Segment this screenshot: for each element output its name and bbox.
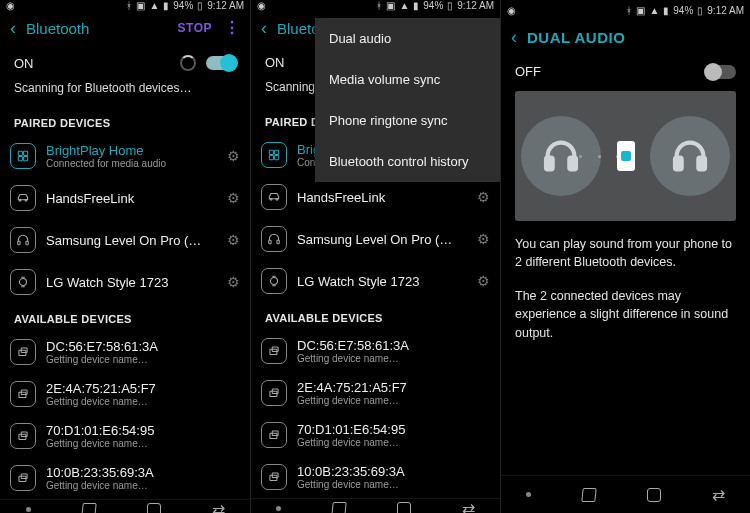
device-icon <box>261 464 287 490</box>
gear-icon[interactable]: ⚙ <box>227 232 240 248</box>
scanning-status: Scanning for Bluetooth devices… <box>0 77 250 107</box>
dual-audio-illustration <box>515 91 736 221</box>
menu-item-media-volume-sync[interactable]: Media volume sync <box>315 59 500 100</box>
device-name: Samsung Level On Pro (… <box>297 232 471 247</box>
svg-point-25 <box>271 278 278 285</box>
device-name: 70:D1:01:E6:54:95 <box>46 423 240 438</box>
more-icon[interactable]: ⋮ <box>224 24 240 32</box>
dual-audio-desc-2: The 2 connected devices may experience a… <box>501 287 750 357</box>
device-status: Connected for media audio <box>46 158 221 169</box>
home-button[interactable] <box>397 502 411 514</box>
available-device[interactable]: 70:D1:01:E6:54:95Getting device name… <box>251 414 500 456</box>
nav-back-button[interactable]: ⇄ <box>212 500 225 513</box>
status-bar: ◉ ᚼ ▣ ▲ ▮ 94% ▯ 9:12 AM <box>251 0 500 11</box>
signal-icon: ▮ <box>413 0 419 11</box>
recent-apps-button[interactable] <box>331 502 346 514</box>
available-device[interactable]: 2E:4A:75:21:A5:F7Getting device name… <box>251 372 500 414</box>
bixby-icon[interactable] <box>526 492 531 497</box>
svg-rect-23 <box>269 240 271 244</box>
bt-state-label: ON <box>265 55 285 70</box>
battery-pct: 94% <box>173 0 193 11</box>
menu-item-bt-control-history[interactable]: Bluetooth control history <box>315 141 500 182</box>
device-name: 10:0B:23:35:69:3A <box>46 465 240 480</box>
paired-device[interactable]: LG Watch Style 1723 ⚙ <box>0 261 250 303</box>
signal-icon: ▮ <box>663 5 669 16</box>
bluetooth-icon: ᚼ <box>376 0 382 11</box>
bluetooth-icon: ᚼ <box>126 0 132 11</box>
wifi-icon: ▲ <box>149 0 159 11</box>
paired-section-header: PAIRED DEVICES <box>0 107 250 135</box>
available-device[interactable]: 2E:4A:75:21:A5:F7 Getting device name… <box>0 373 250 415</box>
nfc-icon: ▣ <box>136 0 145 11</box>
recent-apps-button[interactable] <box>581 488 596 502</box>
svg-rect-0 <box>18 151 22 155</box>
available-device[interactable]: 10:0B:23:35:69:3A Getting device name… <box>0 457 250 499</box>
recent-apps-button[interactable] <box>81 503 96 514</box>
nfc-icon: ▣ <box>386 0 395 11</box>
svg-rect-2 <box>18 157 22 161</box>
bluetooth-icon: ᚼ <box>626 5 632 16</box>
menu-item-phone-ringtone-sync[interactable]: Phone ringtone sync <box>315 100 500 141</box>
bt-toggle[interactable] <box>206 56 236 70</box>
gear-icon[interactable]: ⚙ <box>227 148 240 164</box>
svg-point-8 <box>20 279 27 286</box>
nav-back-button[interactable]: ⇄ <box>462 499 475 513</box>
svg-point-4 <box>19 199 21 201</box>
screen-bluetooth-main: ◉ ᚼ ▣ ▲ ▮ 94% ▯ 9:12 AM ‹ Bluetooth STOP… <box>0 0 250 513</box>
paired-device[interactable]: HandsFreeLink ⚙ <box>0 177 250 219</box>
available-device[interactable]: DC:56:E7:58:61:3AGetting device name… <box>251 330 500 372</box>
back-icon[interactable]: ‹ <box>10 19 16 37</box>
bixby-icon[interactable] <box>276 506 281 511</box>
stop-button[interactable]: STOP <box>178 21 212 35</box>
device-status: Getting device name… <box>297 479 490 490</box>
svg-rect-19 <box>269 156 273 160</box>
home-button[interactable] <box>647 488 661 502</box>
device-name: LG Watch Style 1723 <box>46 275 221 290</box>
paired-device[interactable]: BrightPlay Home Connected for media audi… <box>0 135 250 177</box>
home-button[interactable] <box>147 503 161 514</box>
battery-icon: ▯ <box>197 0 203 11</box>
gear-icon[interactable]: ⚙ <box>477 231 490 247</box>
svg-rect-36 <box>675 158 682 170</box>
svg-rect-3 <box>24 157 28 161</box>
svg-rect-1 <box>24 151 28 155</box>
paired-device[interactable]: Samsung Level On Pro (… ⚙ <box>251 218 500 260</box>
available-device[interactable]: DC:56:E7:58:61:3A Getting device name… <box>0 331 250 373</box>
available-device[interactable]: 10:0B:23:35:69:3AGetting device name… <box>251 456 500 498</box>
gear-icon[interactable]: ⚙ <box>227 274 240 290</box>
headphones-icon <box>261 226 287 252</box>
bixby-icon[interactable] <box>26 507 31 512</box>
menu-item-dual-audio[interactable]: Dual audio <box>315 18 500 59</box>
phone-icon <box>617 141 635 171</box>
gear-icon[interactable]: ⚙ <box>477 189 490 205</box>
car-icon <box>261 184 287 210</box>
dual-audio-toggle[interactable] <box>706 65 736 79</box>
gear-icon[interactable]: ⚙ <box>227 190 240 206</box>
svg-rect-20 <box>275 156 279 160</box>
available-device[interactable]: 70:D1:01:E6:54:95 Getting device name… <box>0 415 250 457</box>
device-name: HandsFreeLink <box>297 190 471 205</box>
wifi-icon: ▲ <box>649 5 659 16</box>
back-icon[interactable]: ‹ <box>511 28 517 46</box>
clock: 9:12 AM <box>457 0 494 11</box>
svg-point-5 <box>25 199 27 201</box>
status-bar: ◉ ᚼ ▣ ▲ ▮ 94% ▯ 9:12 AM <box>0 0 250 11</box>
clock: 9:12 AM <box>207 0 244 11</box>
paired-device[interactable]: LG Watch Style 1723 ⚙ <box>251 260 500 302</box>
svg-rect-7 <box>26 241 28 245</box>
device-status: Getting device name… <box>297 353 490 364</box>
device-name: 70:D1:01:E6:54:95 <box>297 422 490 437</box>
device-icon <box>10 465 36 491</box>
gear-icon[interactable]: ⚙ <box>477 273 490 289</box>
device-status: Getting device name… <box>46 396 240 407</box>
gps-icon: ◉ <box>507 5 516 16</box>
back-icon[interactable]: ‹ <box>261 19 267 37</box>
device-icon <box>261 338 287 364</box>
paired-device[interactable]: Samsung Level On Pro (… ⚙ <box>0 219 250 261</box>
gps-icon: ◉ <box>257 0 266 11</box>
nav-back-button[interactable]: ⇄ <box>712 485 725 504</box>
device-name: LG Watch Style 1723 <box>297 274 471 289</box>
dual-audio-state-label: OFF <box>515 64 541 79</box>
speaker-icon <box>10 143 36 169</box>
paired-device[interactable]: HandsFreeLink ⚙ <box>251 176 500 218</box>
